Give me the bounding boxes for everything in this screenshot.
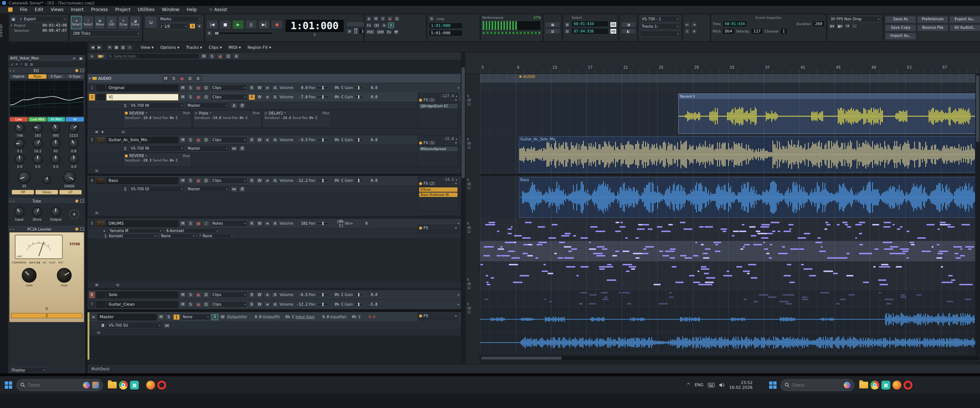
view-panes-icon[interactable]: ▥: [120, 45, 126, 50]
teal-app-icon-2[interactable]: ▦: [880, 379, 891, 390]
menu-help[interactable]: Help: [183, 6, 200, 13]
bus-grip-icon[interactable]: ≡: [91, 314, 96, 320]
track-number[interactable]: 5: [89, 220, 95, 227]
mix-interleave-button[interactable]: Ω: [394, 16, 400, 21]
arm-button[interactable]: ●: [195, 85, 202, 91]
dim-solo-button[interactable]: ‖: [173, 314, 180, 320]
arm-button[interactable]: ●: [195, 301, 202, 308]
record-button[interactable]: ●: [271, 20, 283, 29]
meter-icon-2[interactable]: ▤: [545, 29, 560, 34]
export-audio-button[interactable]: Export Au..: [949, 16, 980, 23]
track-number[interactable]: 4: [89, 177, 95, 185]
time-display[interactable]: 1:01:000: [285, 19, 344, 32]
tube-type-selector[interactable]: ✛: [69, 210, 79, 219]
pause-button[interactable]: ||: [245, 20, 257, 29]
eq-band-himid[interactable]: Hi Mid: [47, 117, 65, 121]
fx-bypass-button[interactable]: ∗: [264, 85, 270, 91]
folder-interleave-button[interactable]: Ω: [187, 75, 194, 81]
module-tab-more-icon[interactable]: ▥: [30, 62, 33, 66]
preferences-button[interactable]: Preferences: [917, 16, 948, 23]
pan-value[interactable]: 0% C: [330, 302, 344, 306]
tube-power-icon[interactable]: [75, 199, 78, 202]
tool-select-button[interactable]: ⌶Select: [83, 16, 94, 29]
track-number[interactable]: 7: [89, 301, 95, 308]
ei-pitch-value[interactable]: Db4: [722, 28, 735, 34]
midi-patch-select[interactable]: PNone▾: [197, 234, 234, 238]
eq-gain-knob-2[interactable]: [33, 154, 43, 164]
fx-add-button[interactable]: +: [455, 314, 458, 318]
clip-record3[interactable]: Record 3: [678, 94, 980, 134]
write-automation-button[interactable]: W: [256, 137, 263, 143]
menu-utilities[interactable]: Utilities: [134, 6, 158, 13]
mono-stereo-icon[interactable]: ⋈: [231, 186, 237, 192]
fx-plugin-item[interactable]: [jBridge]Gem EC: [419, 104, 458, 108]
eq-band-low[interactable]: Low: [10, 117, 28, 121]
clock[interactable]: 23:52 16.02.2026: [729, 380, 752, 390]
track-number[interactable]: 2: [89, 94, 95, 101]
dim-button[interactable]: DIM: [376, 29, 385, 35]
phase-icon[interactable]: Ø: [239, 146, 245, 151]
scrub-mode-button[interactable]: K: [207, 31, 212, 36]
folder-solo-button[interactable]: S: [170, 75, 177, 81]
lane-expand-icon[interactable]: ▾: [100, 130, 105, 134]
collapse-chevron[interactable]: ▴: [455, 137, 458, 141]
tv-menu-midi[interactable]: MIDI ▾: [226, 43, 244, 52]
edit-filter-select[interactable]: Clips▾: [210, 84, 247, 91]
inspector-display-select[interactable]: Display▾: [10, 367, 46, 373]
eq-mode-etype[interactable]: E-Type: [47, 74, 65, 79]
position-scrubber[interactable]: [214, 32, 273, 35]
language-indicator[interactable]: ENG: [695, 382, 703, 387]
menu-app-icon[interactable]: [8, 7, 13, 12]
edit-filter-select[interactable]: Clips▾: [210, 301, 247, 308]
gain-slider[interactable]: [354, 294, 363, 296]
w-button[interactable]: ₩: [393, 29, 399, 35]
select-icon-1[interactable]: ⊞: [564, 22, 570, 27]
tv-menu-clips[interactable]: Clips ▾: [206, 43, 225, 52]
gain-value[interactable]: 0.0: [364, 86, 377, 90]
mute-button[interactable]: M: [180, 292, 186, 298]
nudge-left-icon[interactable]: ⇤: [684, 22, 690, 27]
keyboard-icon[interactable]: [708, 383, 714, 387]
edit-filter-select[interactable]: Clips▾: [210, 292, 247, 298]
pan-slider[interactable]: [317, 303, 329, 305]
pc2a-expand-icon[interactable]: [80, 228, 84, 231]
zoom-out-icon[interactable]: ▾: [691, 29, 697, 34]
folder-track-audio[interactable]: ▾ AUDIO M S ● Ω A: [88, 74, 461, 83]
pan-slider[interactable]: [317, 87, 329, 89]
fx-power-icon[interactable]: [419, 99, 422, 102]
write-automation-button[interactable]: W: [220, 314, 226, 320]
edit-filter-select[interactable]: None▾: [181, 314, 210, 320]
track-row-bass[interactable]: 4 Bass M S ● Ω Clips▾ R W ∗ A Volume -12…: [88, 176, 461, 185]
file-explorer-icon-2[interactable]: [858, 379, 869, 390]
folder-track-name[interactable]: AUDIO: [98, 76, 161, 81]
track-icon[interactable]: [96, 94, 105, 100]
snap-alt-button[interactable]: 3: [189, 23, 195, 29]
ab-button-1[interactable]: AB: [610, 22, 617, 27]
multidock-bar[interactable]: MultiDock: [88, 364, 980, 373]
tube-expand-icon[interactable]: [80, 199, 84, 202]
send-slot-plate[interactable]: ◷Plate▾Post SendLevl-24.8Send Pan0% C: [193, 110, 261, 128]
eq-gain-knob-3[interactable]: [51, 154, 60, 164]
automation-button[interactable]: A: [272, 221, 278, 226]
midi-bank-select[interactable]: None▾: [159, 234, 196, 238]
interleave-button[interactable]: Ω: [203, 137, 209, 143]
clip-guitar[interactable]: Guitar_Ac_Solo_Mic: [519, 136, 980, 172]
gain-value[interactable]: 0.0: [364, 178, 377, 183]
read-automation-button[interactable]: R: [248, 137, 255, 143]
arm-button[interactable]: ●: [195, 94, 202, 100]
eq-freq-knob-4[interactable]: [69, 123, 79, 133]
tube-input-knob[interactable]: [14, 207, 24, 217]
clips-row-solo[interactable]: [480, 308, 980, 332]
select-icon-2[interactable]: ⊟: [564, 29, 570, 34]
fx-power-icon[interactable]: [419, 226, 422, 230]
gain-slider[interactable]: [354, 139, 363, 141]
eq-gloss-toggle[interactable]: Gloss: [35, 190, 57, 194]
eq-hp-toggle[interactable]: HP: [12, 190, 34, 194]
loop-end[interactable]: 5:01:000: [429, 30, 463, 36]
mute-button[interactable]: M: [180, 85, 186, 91]
pc2a-power-icon[interactable]: [75, 228, 78, 231]
midi-input-select[interactable]: Yamaha M▾: [107, 228, 163, 233]
zoom-in-icon[interactable]: ⇧: [684, 29, 690, 34]
edit-filter-select[interactable]: Clips▾: [210, 177, 247, 184]
sync-icon-1[interactable]: ≣▾: [829, 23, 835, 29]
